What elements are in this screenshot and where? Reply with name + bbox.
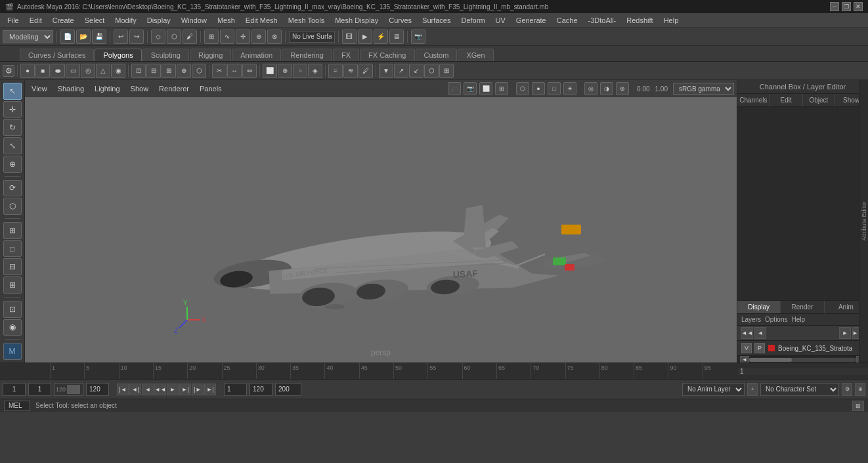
poly-disk-btn[interactable]: ◉ xyxy=(111,64,125,78)
dr-tab-display[interactable]: Display xyxy=(737,301,781,313)
menu-create[interactable]: Create xyxy=(48,15,79,26)
menu-surfaces[interactable]: Surfaces xyxy=(418,15,455,26)
range-start-input[interactable] xyxy=(28,383,51,396)
anim-start-input[interactable] xyxy=(224,383,247,396)
cb-tab-channels[interactable]: Channels xyxy=(737,94,770,106)
fill-hole-btn[interactable]: ○ xyxy=(293,64,307,78)
anim-end-input[interactable] xyxy=(250,383,272,396)
tab-polygons[interactable]: Polygons xyxy=(95,49,141,61)
layer-scrollbar[interactable]: ◄ ► xyxy=(737,356,868,363)
menu-file[interactable]: File xyxy=(3,15,24,26)
poly-cube-btn[interactable]: ■ xyxy=(35,64,50,78)
menu-3dtoall[interactable]: -3DtoAll- xyxy=(584,15,621,26)
bridge-btn[interactable]: ⊟ xyxy=(146,64,161,78)
region-select-btn[interactable]: ⊡ xyxy=(3,301,22,318)
snap-live-btn[interactable]: ⊗ xyxy=(267,30,282,44)
goto-start-btn[interactable]: |◄ xyxy=(117,384,129,395)
select-tool-btn[interactable]: ◇ xyxy=(151,30,165,44)
menu-deform[interactable]: Deform xyxy=(456,15,489,26)
boolean-btn[interactable]: ⊕ xyxy=(177,64,191,78)
menu-uv[interactable]: UV xyxy=(491,15,510,26)
range-end-input[interactable] xyxy=(86,383,109,396)
layout-btn-2[interactable]: ⊟ xyxy=(3,258,22,275)
layer-visibility-btn[interactable]: V xyxy=(741,343,752,353)
maya-logo-btn[interactable]: M xyxy=(3,343,22,360)
select-border-btn[interactable]: ⬡ xyxy=(424,64,439,78)
poke-btn[interactable]: ◈ xyxy=(308,64,322,78)
smooth-btn[interactable]: ≈ xyxy=(328,64,343,78)
layers-menu[interactable]: Layers xyxy=(741,316,761,323)
tab-curves-surfaces[interactable]: Curves / Surfaces xyxy=(20,49,94,61)
title-bar-controls[interactable]: ─ ❐ ✕ xyxy=(830,2,863,11)
dr-tab-render[interactable]: Render xyxy=(781,301,824,313)
anim-layer-dropdown[interactable]: No Anim Layer xyxy=(682,383,745,396)
anim-end-range[interactable] xyxy=(275,383,301,396)
tab-animation[interactable]: Animation xyxy=(232,49,281,61)
render-settings-btn[interactable]: 🎞 xyxy=(342,30,357,44)
render-btn[interactable]: ▶ xyxy=(358,30,372,44)
menu-edit[interactable]: Edit xyxy=(25,15,47,26)
anim-layer-add-btn[interactable]: + xyxy=(747,383,758,396)
save-file-button[interactable]: 💾 xyxy=(92,30,106,44)
layer-item[interactable]: V P Boeing_KC_135_Stratota xyxy=(737,341,868,356)
select-tool[interactable]: ↖ xyxy=(3,83,22,100)
help-menu[interactable]: Help xyxy=(791,316,805,323)
goto-end-btn[interactable]: ►| xyxy=(204,384,216,395)
range-thumb[interactable] xyxy=(67,385,80,394)
layer-tb-btn-2[interactable]: ◄ xyxy=(754,327,766,339)
menu-modify[interactable]: Modify xyxy=(110,15,141,26)
paint-select-btn[interactable]: 🖌 xyxy=(183,30,197,44)
layer-tb-btn-3[interactable]: ► xyxy=(839,327,851,339)
paint-tool[interactable]: ⬡ xyxy=(3,198,22,215)
tab-custom[interactable]: Custom xyxy=(416,49,458,61)
layer-color-swatch[interactable] xyxy=(768,344,775,352)
next-frame-btn[interactable]: ►| xyxy=(179,384,191,395)
mode-dropdown[interactable]: Modeling xyxy=(3,30,53,43)
snap-view-btn[interactable]: ⊕ xyxy=(251,30,266,44)
menu-mesh-tools[interactable]: Mesh Tools xyxy=(284,15,329,26)
append-poly-btn[interactable]: ⊕ xyxy=(278,64,292,78)
live-surface-field[interactable] xyxy=(289,31,335,43)
play-back-btn[interactable]: ◄◄ xyxy=(154,384,166,395)
prev-frame-btn[interactable]: ◄ xyxy=(142,384,154,395)
viewport[interactable]: View Shading Lighting Show Renderer Pane… xyxy=(25,80,737,363)
settings-button[interactable]: ⚙ xyxy=(3,65,14,77)
menu-redshift[interactable]: Redshift xyxy=(622,15,657,26)
poly-cone-btn[interactable]: △ xyxy=(96,64,110,78)
tab-fx-caching[interactable]: FX Caching xyxy=(360,49,414,61)
close-button[interactable]: ✕ xyxy=(854,2,863,11)
move-tool[interactable]: ✛ xyxy=(3,101,22,118)
menu-window[interactable]: Window xyxy=(177,15,211,26)
next-key-btn[interactable]: |► xyxy=(192,384,204,395)
cb-tab-object[interactable]: Object xyxy=(803,94,836,106)
grow-select-btn[interactable]: ↗ xyxy=(394,64,408,78)
sculpt-btn[interactable]: 🖊 xyxy=(358,64,373,78)
merge-btn[interactable]: ⊞ xyxy=(162,64,176,78)
script-editor-btn[interactable]: ⊞ xyxy=(852,401,864,411)
current-frame-input[interactable] xyxy=(3,383,26,396)
poly-sphere-btn[interactable]: ● xyxy=(20,64,35,78)
layout-btn-3[interactable]: ⊞ xyxy=(3,276,22,294)
layer-type-btn[interactable]: P xyxy=(754,343,765,353)
menu-generate[interactable]: Generate xyxy=(511,15,551,26)
select-type-btn[interactable]: ▼ xyxy=(379,64,393,78)
lasso-tool-btn[interactable]: ⬡ xyxy=(167,30,181,44)
ipr-render-btn[interactable]: ⚡ xyxy=(374,30,388,44)
tab-xgen[interactable]: XGen xyxy=(458,49,493,61)
new-file-button[interactable]: 📄 xyxy=(60,30,75,44)
multi-cut-btn[interactable]: ✂ xyxy=(212,64,227,78)
snap-point-btn[interactable]: ✛ xyxy=(236,30,250,44)
timeline-ruler[interactable]: 1 5 10 15 20 25 30 35 40 45 50 55 60 65 … xyxy=(50,363,737,379)
character-dropdown[interactable]: No Character Set xyxy=(760,383,839,396)
insert-loop-btn[interactable]: ↔ xyxy=(227,64,242,78)
viewport-render-btn[interactable]: 🖥 xyxy=(389,30,404,44)
extrude-btn[interactable]: ⊡ xyxy=(131,64,146,78)
layer-tb-btn-1[interactable]: ◄◄ xyxy=(741,327,753,339)
menu-cache[interactable]: Cache xyxy=(552,15,582,26)
menu-mesh[interactable]: Mesh xyxy=(213,15,240,26)
average-btn[interactable]: ≋ xyxy=(343,64,358,78)
poly-plane-btn[interactable]: ▭ xyxy=(66,64,80,78)
quad-draw-btn[interactable]: ⬜ xyxy=(263,64,277,78)
tab-rigging[interactable]: Rigging xyxy=(190,49,231,61)
mel-indicator[interactable]: MEL xyxy=(4,401,30,411)
